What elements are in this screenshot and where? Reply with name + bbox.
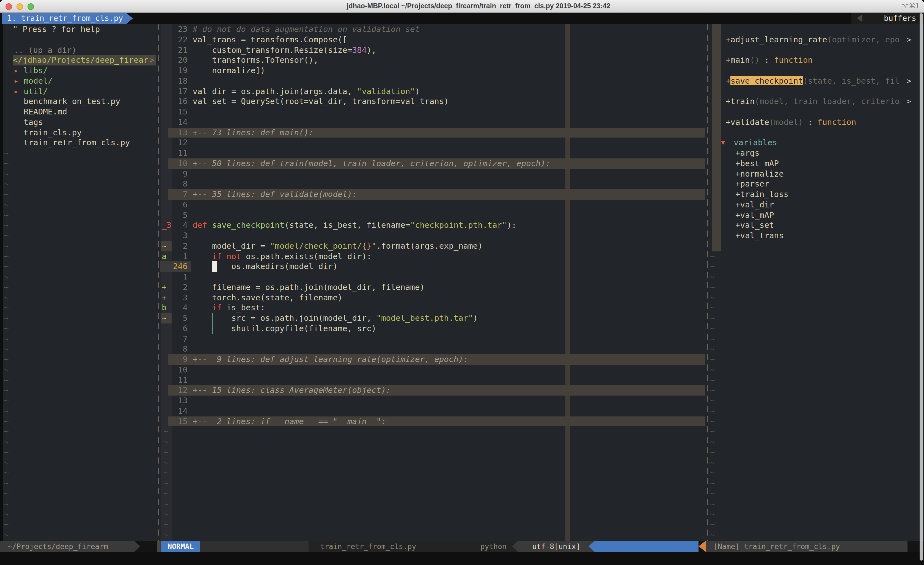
editor-background bbox=[3, 24, 924, 541]
buffers-collapse-icon bbox=[857, 14, 862, 22]
statusline-separator-notch bbox=[157, 541, 160, 552]
statusline-git-section: +8 ~3 -3 master bbox=[200, 541, 309, 552]
statusline-nerdtree-path: ~/Projects/deep_firearm bbox=[0, 541, 134, 552]
statusline-tagbar-status: [Name] train_retr_from_cls.py bbox=[706, 541, 908, 552]
powerline-separator-orange-icon bbox=[699, 541, 706, 552]
statusline-encoding: utf-8[unix] bbox=[518, 541, 594, 552]
statusline-file-section: train_retr_from_cls.py python bbox=[309, 541, 518, 552]
scrollbar[interactable] bbox=[920, 13, 923, 560]
powerline-separator-icon bbox=[512, 541, 518, 552]
zoom-window-button[interactable] bbox=[27, 3, 34, 10]
window-separator-right[interactable] bbox=[707, 24, 708, 541]
window-title: jdhao-MBP.local ~/Projects/deep_firearm/… bbox=[66, 0, 891, 13]
close-window-button[interactable] bbox=[6, 3, 12, 10]
powerline-separator-icon bbox=[134, 541, 140, 552]
powerline-separator-icon bbox=[588, 541, 594, 552]
color-column-marker bbox=[566, 24, 570, 541]
statusline-filetype: python bbox=[480, 541, 507, 552]
minimize-window-button[interactable] bbox=[16, 3, 23, 10]
sign-column bbox=[160, 24, 172, 541]
buffers-label: buffers bbox=[884, 13, 916, 24]
statusline-position-section: 86% ≡ 246/284LN : 5 bbox=[594, 541, 699, 552]
window-titlebar: jdhao-MBP.local ~/Projects/deep_firearm/… bbox=[0, 0, 924, 13]
tab-train-retr-from-cls[interactable]: 1. train_retr_from_cls.py bbox=[2, 13, 133, 24]
window-shortcut-badge: ⌥⌘1 bbox=[901, 0, 920, 13]
statusline: ~/Projects/deep_firearm NORMAL +8 ~3 -3 … bbox=[0, 541, 924, 552]
statusline-filename: train_retr_from_cls.py bbox=[320, 541, 416, 552]
command-line bbox=[0, 552, 924, 565]
terminal-window: jdhao-MBP.local ~/Projects/deep_firearm/… bbox=[0, 0, 924, 565]
mode-indicator: NORMAL bbox=[161, 541, 200, 552]
tagbar-gutter-stripe bbox=[711, 24, 721, 251]
tabline: 1. train_retr_from_cls.py buffers bbox=[0, 13, 924, 24]
window-separator-left[interactable] bbox=[158, 24, 159, 541]
